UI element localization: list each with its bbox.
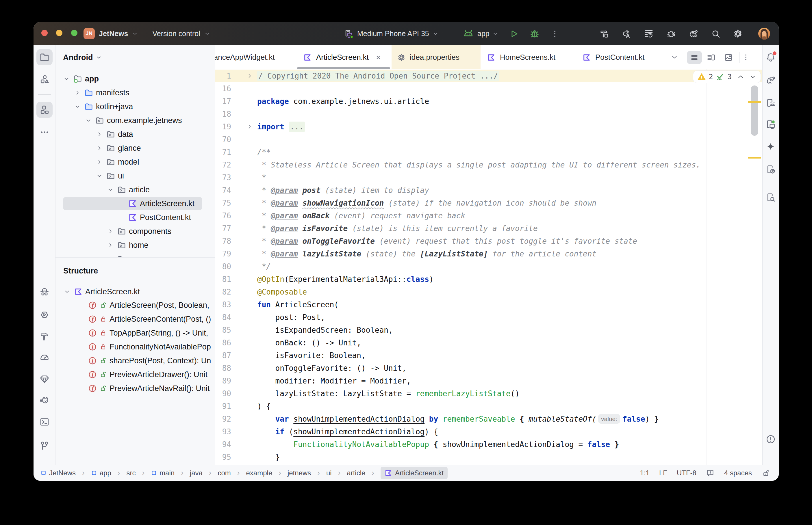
tab-lanceappwidget-kt[interactable]: lanceAppWidget.kt xyxy=(215,45,275,69)
line-number[interactable]: 72 xyxy=(215,159,231,171)
logcat-tool-button[interactable] xyxy=(36,392,53,408)
tree-chevron-box[interactable] xyxy=(96,172,103,179)
structure-item[interactable]: PreviewArticleDrawer(): Unit xyxy=(88,368,207,381)
previous-problem-button[interactable] xyxy=(737,73,744,80)
breadcrumb-java[interactable]: java xyxy=(190,469,203,477)
problems-tool-button[interactable] xyxy=(763,431,779,447)
code-editor[interactable]: 1/ Copyright 2020 The Android Open Sourc… xyxy=(215,69,762,465)
structure-item[interactable]: TopAppBar(String, () -> Unit, xyxy=(88,326,208,340)
line-number[interactable]: 73 xyxy=(215,171,231,184)
line-number[interactable]: 75 xyxy=(215,197,231,209)
breadcrumb-app[interactable]: app xyxy=(91,469,111,477)
line-number[interactable]: 94 xyxy=(215,438,231,451)
profiler-tool-button[interactable] xyxy=(36,349,53,365)
warning-stripe-mark[interactable] xyxy=(748,157,761,159)
breadcrumb-articlescreen-kt[interactable]: ArticleScreen.kt xyxy=(381,467,448,479)
breadcrumb-article[interactable]: article xyxy=(347,469,365,477)
tree-item-data[interactable]: data xyxy=(96,127,133,141)
structure-tool-button[interactable] xyxy=(36,102,53,118)
project-tool-button[interactable] xyxy=(36,49,53,65)
tree-chevron-box[interactable] xyxy=(107,228,114,235)
project-name[interactable]: JetNews xyxy=(99,29,128,38)
line-ending[interactable]: LF xyxy=(659,469,667,477)
line-number[interactable]: 79 xyxy=(215,247,231,260)
tab-list-chevron-button[interactable] xyxy=(671,54,678,61)
settings-button[interactable] xyxy=(733,29,743,39)
tab-postcontent-kt[interactable]: PostContent.kt xyxy=(582,45,645,69)
tree-chevron-box[interactable] xyxy=(74,103,81,110)
app-inspection-tool-button[interactable] xyxy=(36,371,53,387)
line-number[interactable]: 92 xyxy=(215,412,231,425)
breadcrumb-src[interactable]: src xyxy=(126,469,135,477)
indent[interactable]: 4 spaces xyxy=(724,469,752,477)
encoding[interactable]: UTF-8 xyxy=(677,469,696,477)
tree-item-com-example-jetnews[interactable]: com.example.jetnews xyxy=(85,114,182,127)
tree-chevron-box[interactable] xyxy=(107,242,114,249)
fold-marker[interactable] xyxy=(247,120,253,133)
line-number[interactable]: 88 xyxy=(215,362,231,375)
line-number[interactable]: 85 xyxy=(215,324,231,336)
device-explorer-tool-button[interactable] xyxy=(763,190,779,206)
attach-debugger-button[interactable] xyxy=(666,29,676,39)
editor-view-split-button[interactable] xyxy=(707,53,716,62)
inspections-widget[interactable]: 23 xyxy=(693,71,761,83)
breadcrumb-jetnews[interactable]: JetNews xyxy=(41,469,76,477)
line-number[interactable]: 16 xyxy=(215,82,231,95)
tree-chevron-box[interactable] xyxy=(96,145,103,152)
structure-root[interactable]: ArticleScreen.kt xyxy=(64,285,140,299)
line-number[interactable]: 87 xyxy=(215,349,231,362)
breadcrumb-jetnews[interactable]: jetnews xyxy=(287,469,311,477)
debug-button[interactable] xyxy=(529,29,540,39)
line-number[interactable]: 18 xyxy=(215,108,231,120)
run-configuration[interactable]: app xyxy=(463,22,498,45)
next-problem-button[interactable] xyxy=(749,73,756,80)
editor-view-design-button[interactable] xyxy=(724,53,733,62)
tree-item-glance[interactable]: glance xyxy=(96,141,141,155)
line-number[interactable]: 80 xyxy=(215,260,231,273)
more-actions-button[interactable] xyxy=(550,29,559,39)
line-number[interactable]: 19 xyxy=(215,120,231,133)
line-number[interactable]: 81 xyxy=(215,273,231,286)
breadcrumb-main[interactable]: main xyxy=(151,469,175,477)
services-tool-button[interactable] xyxy=(36,307,53,323)
app-quality-insights-tool-button[interactable] xyxy=(36,284,53,300)
structure-item[interactable]: FunctionalityNotAvailablePop xyxy=(88,340,211,354)
tree-chevron-box[interactable] xyxy=(96,131,103,138)
tab-homescreens-kt[interactable]: HomeScreens.kt xyxy=(487,45,556,69)
build-button[interactable] xyxy=(599,29,609,39)
warning-stripe-mark[interactable] xyxy=(748,101,761,103)
breadcrumb-com[interactable]: com xyxy=(218,469,231,477)
line-number[interactable]: 86 xyxy=(215,336,231,349)
more-tools-button[interactable] xyxy=(36,124,53,140)
gradle-tool-button[interactable] xyxy=(763,72,779,88)
line-number[interactable]: 93 xyxy=(215,425,231,438)
maximize-window-button[interactable] xyxy=(71,30,77,36)
vcs-widget[interactable]: Version control xyxy=(152,29,200,38)
notifications-button[interactable] xyxy=(763,49,779,65)
structure-item[interactable]: PreviewArticleNavRail(): Unit xyxy=(88,381,210,395)
profiler-button[interactable] xyxy=(644,29,654,39)
tree-item-article[interactable]: article xyxy=(107,183,150,197)
tree-item-home[interactable]: home xyxy=(107,238,149,252)
tree-item-app[interactable]: app xyxy=(63,72,99,86)
line-number[interactable]: 84 xyxy=(215,311,231,324)
highlight-level-icon[interactable] xyxy=(706,469,714,477)
tree-item-kotlin-java[interactable]: kotlin+java xyxy=(74,100,133,114)
structure-item[interactable]: sharePost(Post, Context): Un xyxy=(88,354,211,368)
minimize-window-button[interactable] xyxy=(56,30,62,36)
line-number[interactable]: 82 xyxy=(215,286,231,298)
structure-item[interactable]: ArticleScreen(Post, Boolean, xyxy=(88,298,209,312)
line-number[interactable]: 95 xyxy=(215,451,231,464)
device-selector[interactable]: Medium Phone API 35 xyxy=(344,22,438,45)
running-devices-tool-button[interactable] xyxy=(763,116,779,133)
line-number[interactable]: 90 xyxy=(215,387,231,400)
tree-item-articlescreen-kt[interactable]: ArticleScreen.kt xyxy=(118,197,194,211)
device-manager-tool-button[interactable] xyxy=(763,95,779,111)
tree-item-ui[interactable]: ui xyxy=(96,169,124,183)
run-button[interactable] xyxy=(509,29,519,39)
build-tool-button[interactable] xyxy=(36,328,53,345)
apply-changes-button[interactable] xyxy=(622,29,632,39)
gemini-tool-button[interactable] xyxy=(763,138,779,154)
terminal-tool-button[interactable] xyxy=(36,414,53,430)
user-avatar[interactable] xyxy=(758,28,770,40)
